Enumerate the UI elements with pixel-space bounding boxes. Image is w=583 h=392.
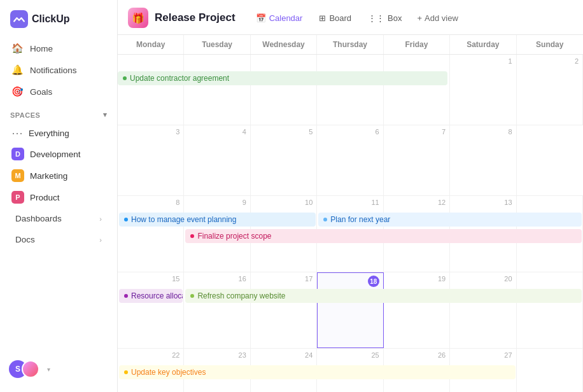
cell-w0-sun[interactable]: 2: [517, 55, 583, 125]
calendar: Monday Tuesday Wednesday Thursday Friday…: [118, 35, 583, 392]
cell-w1-thu[interactable]: 6: [317, 125, 383, 195]
calendar-body: 1 2 Update contractor agreement 3 4 5 6 …: [118, 55, 583, 392]
spaces-chevron-icon[interactable]: ▾: [103, 111, 108, 119]
cell-w2-mon[interactable]: 8: [118, 196, 184, 272]
event-resource-allocation[interactable]: Resource allocation: [119, 289, 183, 303]
cell-w1-wed[interactable]: 5: [251, 125, 317, 195]
cell-w1-tue[interactable]: 4: [184, 125, 250, 195]
sidebar-item-notifications[interactable]: 🔔 Notifications: [5, 60, 112, 80]
everything-icon: ⋯: [11, 127, 23, 139]
event-label: Update contractor agreement: [130, 74, 229, 83]
docs-label: Docs: [15, 235, 35, 244]
cell-w0-fri[interactable]: [384, 55, 450, 125]
cell-w1-mon[interactable]: 3: [118, 125, 184, 195]
event-dot: [190, 234, 194, 238]
cell-w0-sat[interactable]: 1: [450, 55, 516, 125]
cell-w3-mon[interactable]: 15: [118, 272, 184, 348]
avatar-chevron-icon[interactable]: ▾: [47, 366, 50, 373]
week-3: 15 16 17 18 19 20 Resource allocation: [118, 272, 583, 349]
event-dot: [323, 218, 327, 221]
cell-w3-sat[interactable]: 20: [450, 272, 516, 348]
cell-w0-thu[interactable]: [317, 55, 383, 125]
event-label: Finalize project scope: [197, 232, 271, 241]
clickup-logo-icon: [10, 10, 28, 28]
event-update-contractor[interactable]: Update contractor agreement: [118, 71, 447, 85]
avatar-secondary: [22, 360, 39, 378]
development-badge: D: [11, 148, 24, 160]
cell-w3-wed[interactable]: 17: [251, 272, 317, 348]
home-icon: 🏠: [11, 43, 24, 54]
logo-text: ClickUp: [32, 13, 70, 25]
date-2: 2: [521, 57, 579, 65]
week-0: 1 2 Update contractor agreement: [118, 55, 583, 125]
notifications-icon: 🔔: [11, 64, 24, 76]
header-saturday: Saturday: [450, 35, 516, 54]
tab-box[interactable]: ⋮⋮ Box: [360, 10, 409, 26]
sidebar-nav: 🏠 Home 🔔 Notifications 🎯 Goals: [0, 38, 117, 102]
event-dot: [124, 218, 128, 221]
sidebar-item-marketing[interactable]: M Marketing: [5, 165, 112, 186]
tab-board[interactable]: ⊞ Board: [311, 10, 359, 26]
sidebar-item-goals[interactable]: 🎯 Goals: [5, 81, 112, 102]
box-tab-label: Box: [388, 13, 402, 23]
event-dot: [124, 370, 128, 374]
cell-w3-thu-today[interactable]: 18: [317, 272, 383, 348]
avatar-group[interactable]: S: [9, 360, 39, 378]
sidebar-section-docs[interactable]: Docs ›: [5, 230, 112, 249]
logo[interactable]: ClickUp: [0, 8, 117, 38]
svg-rect-0: [10, 10, 28, 28]
cell-w0-wed[interactable]: [251, 55, 317, 125]
box-tab-icon: ⋮⋮: [368, 13, 384, 23]
project-title: Release Project: [155, 11, 235, 24]
event-finalize-scope[interactable]: Finalize project scope: [185, 229, 582, 243]
cell-w0-tue[interactable]: [184, 55, 250, 125]
dashboards-label: Dashboards: [15, 214, 62, 223]
topbar: 🎁 Release Project 📅 Calendar ⊞ Board ⋮⋮ …: [118, 0, 583, 35]
date-1: 1: [454, 57, 512, 65]
cell-w1-sat[interactable]: 8: [450, 125, 516, 195]
header-sunday: Sunday: [517, 35, 583, 54]
event-manage-planning[interactable]: How to manage event planning: [119, 213, 316, 227]
today-date-badge: 18: [368, 276, 379, 287]
header-wednesday: Wednesday: [251, 35, 317, 54]
event-refresh-website[interactable]: Refresh company website: [185, 289, 582, 303]
docs-chevron-icon: ›: [99, 236, 102, 244]
project-icon-emoji: 🎁: [132, 12, 144, 24]
sidebar-item-home[interactable]: 🏠 Home: [5, 38, 112, 59]
cell-w3-fri[interactable]: 19: [384, 272, 450, 348]
sidebar-item-development-label: Development: [30, 150, 81, 159]
sidebar-item-everything[interactable]: ⋯ Everything: [5, 123, 112, 143]
cell-w1-sun[interactable]: [517, 125, 583, 195]
add-view-label: Add view: [425, 13, 458, 23]
event-key-objectives[interactable]: Update key objectives: [119, 365, 516, 379]
cell-w1-fri[interactable]: 7: [384, 125, 450, 195]
cell-w3-tue[interactable]: 16: [184, 272, 250, 348]
project-icon: 🎁: [128, 8, 148, 28]
cell-w0-mon[interactable]: [118, 55, 184, 125]
event-dot: [190, 294, 194, 298]
tab-calendar[interactable]: 📅 Calendar: [248, 10, 311, 26]
week-4: 22 23 24 25 26 27 Update key objectives: [118, 349, 583, 392]
week-2: 8 9 10 11 12 13 How to manage event plan…: [118, 196, 583, 272]
event-label: Resource allocation: [131, 291, 183, 300]
board-tab-icon: ⊞: [319, 13, 326, 23]
week-1: 3 4 5 6 7 8: [118, 125, 583, 196]
calendar-header: Monday Tuesday Wednesday Thursday Friday…: [118, 35, 583, 55]
calendar-tab-label: Calendar: [269, 13, 303, 23]
sidebar-item-goals-label: Goals: [30, 87, 52, 97]
view-tabs: 📅 Calendar ⊞ Board ⋮⋮ Box + Add view: [248, 10, 465, 26]
event-label: How to manage event planning: [131, 215, 236, 224]
board-tab-label: Board: [329, 13, 351, 23]
goals-icon: 🎯: [11, 86, 24, 97]
cell-w4-sun[interactable]: [517, 349, 583, 392]
sidebar-item-product[interactable]: P Product: [5, 186, 112, 208]
add-view-button[interactable]: + Add view: [411, 10, 465, 26]
event-plan-next-year[interactable]: Plan for next year: [318, 213, 582, 227]
sidebar-section-dashboards[interactable]: Dashboards ›: [5, 209, 112, 228]
marketing-badge: M: [11, 169, 24, 182]
sidebar-item-development[interactable]: D Development: [5, 143, 112, 165]
spaces-header: Spaces ▾: [0, 102, 117, 123]
header-monday: Monday: [118, 35, 184, 54]
sidebar: ClickUp 🏠 Home 🔔 Notifications 🎯 Goals S…: [0, 0, 118, 392]
cell-w3-sun[interactable]: [517, 272, 583, 348]
